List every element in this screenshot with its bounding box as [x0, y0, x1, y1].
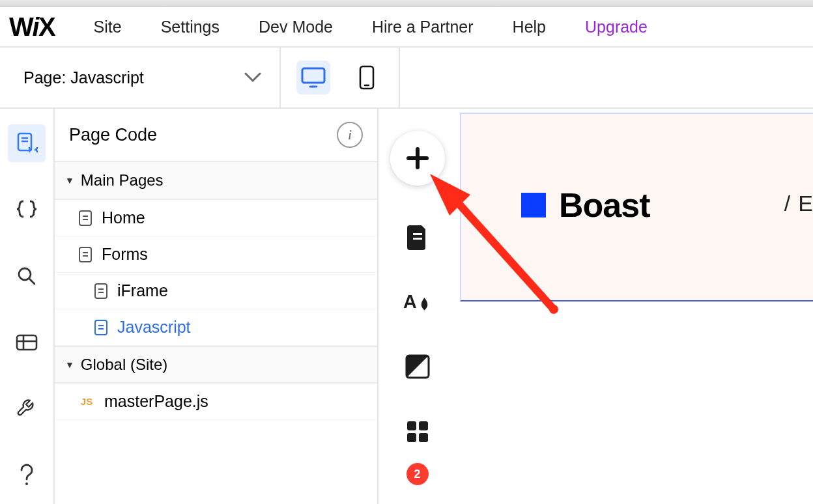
svg-rect-22 [95, 320, 107, 335]
svg-point-12 [25, 483, 28, 485]
contrast-square-icon [405, 354, 431, 380]
desktop-view-button[interactable] [296, 61, 330, 94]
braces-icon [16, 199, 38, 221]
rail-search-button[interactable] [8, 257, 46, 295]
apps-tool-button[interactable] [403, 417, 432, 446]
site-brand[interactable]: Boast [521, 186, 649, 225]
page-icon [94, 283, 108, 300]
rail-database-button[interactable] [8, 324, 46, 361]
menu-dev-mode[interactable]: Dev Mode [259, 18, 333, 36]
crumb-separator: / [784, 191, 790, 216]
menu-site[interactable]: Site [94, 18, 122, 36]
top-menu: Site Settings Dev Mode Hire a Partner He… [94, 18, 648, 36]
brand-name: Boast [559, 186, 649, 225]
tree-item-home-label: Home [102, 208, 145, 227]
svg-rect-16 [79, 247, 91, 262]
rail-braces-button[interactable] [8, 191, 46, 229]
tree-item-masterpage-label: masterPage.js [104, 392, 208, 411]
font-drop-icon: A [403, 288, 432, 315]
svg-rect-27 [413, 233, 422, 235]
svg-rect-9 [17, 335, 36, 350]
chevron-down-icon [244, 72, 261, 83]
page-icon [78, 246, 93, 263]
section-global[interactable]: ▼ Global (Site) [55, 346, 377, 384]
tree-item-iframe[interactable]: iFrame [55, 273, 377, 309]
rail-page-code-button[interactable] [8, 124, 46, 162]
question-icon [18, 464, 35, 487]
search-icon [16, 266, 37, 287]
device-toggle-group [281, 48, 400, 107]
tree-item-masterpage[interactable]: JS masterPage.js [55, 384, 377, 420]
collapse-triangle-icon: ▼ [65, 175, 74, 186]
collapse-triangle-icon: ▼ [65, 359, 74, 370]
code-panel-title: Page Code [69, 125, 157, 145]
main-area: Page Code i ▼ Main Pages Home Forms iFra… [0, 109, 813, 504]
menu-upgrade[interactable]: Upgrade [585, 18, 648, 36]
page-header-section[interactable]: Boast / E [460, 113, 813, 301]
code-panel: Page Code i ▼ Main Pages Home Forms iFra… [55, 109, 378, 504]
second-bar: Page: Javascript [0, 48, 813, 109]
code-panel-header: Page Code i [55, 109, 377, 162]
theme-tool-button[interactable]: A [403, 287, 432, 316]
mobile-view-button[interactable] [350, 61, 384, 94]
nav-crumb[interactable]: / E [784, 191, 813, 216]
tree-item-home[interactable]: Home [55, 200, 377, 236]
add-element-button[interactable] [390, 131, 445, 186]
tree-item-iframe-label: iFrame [117, 281, 168, 300]
top-nav: WiX Site Settings Dev Mode Hire a Partne… [0, 7, 813, 48]
svg-rect-34 [407, 433, 416, 442]
page-selector[interactable]: Page: Javascript [0, 48, 281, 107]
mobile-icon [359, 65, 375, 90]
editor-tool-rail: A 2 [378, 109, 456, 504]
svg-rect-32 [407, 421, 416, 430]
grid-icon [405, 419, 431, 445]
tree-item-forms-label: Forms [102, 245, 148, 264]
tree-item-javascript-label: Javascript [117, 318, 191, 337]
window-chrome-bar [0, 0, 813, 7]
tree-item-javascript[interactable]: Javascript [55, 309, 377, 346]
rail-tools-button[interactable] [8, 390, 46, 428]
page-code-icon [15, 132, 38, 155]
svg-line-8 [29, 279, 35, 284]
svg-rect-13 [79, 211, 91, 225]
menu-help[interactable]: Help [513, 18, 546, 36]
page-icon [94, 319, 108, 336]
svg-rect-0 [302, 68, 324, 83]
background-tool-button[interactable] [403, 352, 432, 381]
svg-text:A: A [403, 291, 417, 312]
js-file-icon: JS [78, 396, 95, 407]
menu-settings[interactable]: Settings [161, 18, 220, 36]
crumb-fragment: E [798, 191, 813, 216]
wix-logo[interactable]: WiX [9, 12, 55, 42]
desktop-icon [301, 66, 326, 89]
left-rail [0, 109, 55, 504]
document-icon [406, 223, 429, 250]
svg-rect-28 [413, 238, 422, 240]
pages-tool-button[interactable] [403, 222, 432, 251]
svg-rect-19 [95, 284, 107, 298]
svg-rect-33 [419, 421, 428, 430]
section-main-pages[interactable]: ▼ Main Pages [55, 162, 377, 200]
section-main-pages-label: Main Pages [81, 171, 164, 189]
page-icon [78, 210, 93, 227]
page-selector-label: Page: Javascript [23, 68, 144, 87]
editor-canvas[interactable]: Boast / E [456, 109, 813, 504]
notification-badge: 2 [406, 463, 429, 485]
tree-item-forms[interactable]: Forms [55, 236, 377, 273]
rail-help-button[interactable] [8, 456, 46, 494]
menu-hire-partner[interactable]: Hire a Partner [372, 18, 474, 36]
brand-square-icon [521, 193, 546, 217]
svg-rect-35 [419, 433, 428, 442]
database-icon [16, 333, 38, 352]
wrench-icon [16, 398, 38, 420]
plus-icon [405, 145, 431, 171]
section-global-label: Global (Site) [81, 356, 167, 374]
secondbar-spacer [400, 48, 813, 107]
info-button[interactable]: i [337, 122, 363, 148]
